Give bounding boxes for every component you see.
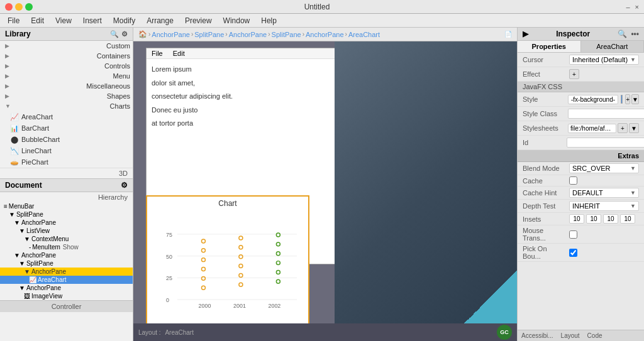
document-section: Document ⚙ Hierarchy ≡ MenuBar ▼ SplitPa… [0,178,133,341]
tab-areachart[interactable]: AreaChart [581,41,645,52]
preview-edit[interactable]: Edit [173,50,185,57]
menu-preview[interactable]: Preview [180,15,217,26]
inset-left[interactable] [620,214,635,224]
search-icon[interactable]: 🔍 [110,30,119,38]
breadcrumb-sep1: › [148,31,150,38]
tree-splitpane1[interactable]: ▼ SplitPane [0,210,133,219]
tree-contextmenu[interactable]: ▼ ContextMenu [0,235,133,243]
svg-point-17 [239,236,243,240]
tree-menubar[interactable]: ≡ MenuBar [0,202,133,210]
id-input[interactable] [567,138,644,148]
tree-anchorpane2[interactable]: ▼ AnchorPane [0,251,133,259]
pick-on-bou-row: Pick On Bou... [518,244,644,262]
tree-imageview[interactable]: 🖼 ImageView [0,292,133,300]
style-menu-btn[interactable]: ▼ [631,94,639,104]
library-item-bubblechart[interactable]: ⬤ BubbleChart [0,134,133,145]
menu-edit[interactable]: Edit [26,15,49,26]
library-label: Library [5,30,31,38]
linechart-label: LineChart [21,147,52,154]
svg-point-19 [239,255,243,259]
window-controls[interactable] [5,3,33,11]
miscellaneous-label: Miscellaneous [86,82,130,90]
breadcrumb-anchorpane3[interactable]: AnchorPane [306,31,344,38]
tree-menuitem[interactable]: - MenuItem Show [0,243,133,251]
tree-anchorpane4[interactable]: ▼ AnchorPane [0,284,133,292]
inset-right[interactable] [586,214,601,224]
close-button[interactable] [5,3,13,11]
mouse-trans-checkbox[interactable] [569,230,577,239]
inset-bottom[interactable] [603,214,618,224]
layout-tab[interactable]: Layout [557,330,584,341]
menu-modify[interactable]: Modify [108,15,140,26]
breadcrumb-sep3: › [225,31,227,38]
breadcrumb-splitpane2[interactable]: SplitPane [272,31,301,38]
menu-view[interactable]: View [50,15,77,26]
category-controls[interactable]: ▶ Controls [0,61,133,71]
inspector-search-icon[interactable]: 🔍 [618,30,627,38]
gc-badge[interactable]: GC [497,325,512,340]
breadcrumb-right-btn[interactable]: 📄 [504,31,512,38]
tree-listview[interactable]: ▼ ListView [0,227,133,235]
tree-splitpane2[interactable]: ▼ SplitPane [0,259,133,268]
tree-anchorpane3[interactable]: ▼ AnchorPane [0,268,133,276]
category-custom[interactable]: ▶ Custom [0,41,133,51]
category-shapes[interactable]: ▶ Shapes [0,91,133,101]
svg-point-27 [276,270,280,274]
library-item-barchart[interactable]: 📊 BarChart [0,122,133,134]
cache-hint-dropdown[interactable]: DEFAULT ▼ [569,188,639,198]
cursor-label: Cursor [523,56,567,63]
svg-text:2000: 2000 [199,303,211,309]
settings-icon[interactable]: ⚙ [121,30,128,38]
breadcrumb-areachart[interactable]: AreaChart [348,31,380,38]
menu-help[interactable]: Help [256,15,282,26]
effect-add-btn[interactable]: + [569,69,579,79]
svg-point-23 [276,233,280,237]
document-expand-icon: ⚙ [121,181,128,190]
breadcrumb-anchorpane1[interactable]: AnchorPane [152,31,190,38]
menu-window[interactable]: Window [218,15,255,26]
style-color-swatch[interactable] [621,95,623,104]
category-miscellaneous[interactable]: ▶ Miscellaneous [0,81,133,91]
depth-test-label: Depth Test [523,202,567,210]
prop-style-row: Style + ▼ [518,92,644,107]
breadcrumb-anchorpane2[interactable]: AnchorPane [229,31,267,38]
tree-areachart[interactable]: 📈 AreaChart [0,276,133,284]
svg-point-15 [201,276,205,280]
svg-point-26 [276,261,280,265]
library-item-linechart[interactable]: 📉 LineChart [0,145,133,156]
cursor-value: Inherited (Default) [572,56,628,63]
inspector-dots-icon[interactable]: ••• [631,30,639,38]
stylesheets-input[interactable]: file:/home/afsal/Desktop/StyleShe [568,124,616,133]
library-item-piechart[interactable]: 🥧 PieChart [0,156,133,168]
style-input[interactable] [568,95,618,104]
cache-checkbox[interactable] [569,176,577,185]
menu-arrange[interactable]: Arrange [142,15,179,26]
category-menu[interactable]: ▶ Menu [0,71,133,81]
breadcrumb-splitpane1[interactable]: SplitPane [194,31,224,38]
svg-point-12 [201,249,205,252]
cursor-dropdown[interactable]: Inherited (Default) ▼ [569,55,639,65]
insets-row: Insets [518,213,644,225]
accessibility-tab[interactable]: Accessibi... [518,330,557,341]
pick-on-bou-checkbox[interactable] [569,249,577,257]
preview-file[interactable]: File [152,50,163,57]
category-charts[interactable]: ▼ Charts [0,101,133,111]
maximize-button[interactable] [25,3,33,11]
blend-mode-dropdown[interactable]: SRC_OVER ▼ [569,163,639,173]
stylesheets-menu-btn[interactable]: ▼ [629,123,639,133]
library-item-areachart[interactable]: 📈 AreaChart [0,111,133,122]
menu-insert[interactable]: Insert [78,15,107,26]
tree-anchorpane1[interactable]: ▼ AnchorPane [0,219,133,227]
style-add-btn[interactable]: + [625,94,630,104]
minimize-button[interactable] [15,3,23,11]
stylesheets-row: Stylesheets file:/home/afsal/Desktop/Sty… [518,121,644,136]
code-tab[interactable]: Code [584,330,606,341]
depth-test-dropdown[interactable]: INHERIT ▼ [569,201,639,211]
style-class-input[interactable] [568,109,644,119]
stylesheets-add-btn[interactable]: + [618,123,628,133]
tab-properties[interactable]: Properties [518,41,581,52]
category-containers[interactable]: ▶ Containers [0,51,133,61]
inset-top[interactable] [569,214,584,224]
areachart-label: AreaChart [21,113,53,121]
menu-file[interactable]: File [3,15,25,26]
